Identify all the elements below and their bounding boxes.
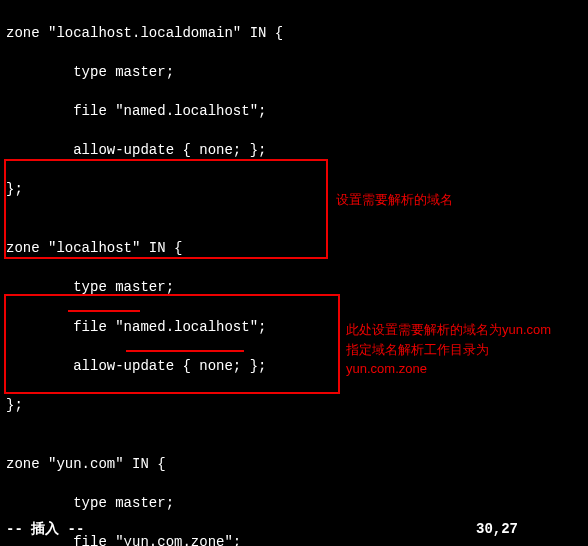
code-line: }; [6, 396, 582, 416]
annotation-2-line: yun.com.zone [346, 359, 551, 379]
code-line: type master; [6, 494, 582, 514]
code-line: zone "localhost" IN { [6, 239, 582, 259]
annotation-2-line: 指定域名解析工作目录为 [346, 340, 551, 360]
code-line: file "named.localhost"; [6, 102, 582, 122]
annotation-1: 设置需要解析的域名 [336, 192, 453, 209]
annotation-2: 此处设置需要解析的域名为yun.com 指定域名解析工作目录为 yun.com.… [346, 320, 551, 379]
code-line: }; [6, 180, 582, 200]
code-line: zone "localhost.localdomain" IN { [6, 24, 582, 44]
code-line: allow-update { none; }; [6, 141, 582, 161]
vim-mode-indicator: -- 插入 -- [6, 521, 84, 537]
code-line: type master; [6, 278, 582, 298]
code-line: type master; [6, 63, 582, 83]
vim-editor-area[interactable]: zone "localhost.localdomain" IN { type m… [0, 0, 588, 546]
vim-cursor-position: 30,27 [476, 520, 518, 540]
code-line: zone "yun.com" IN { [6, 455, 582, 475]
vim-status-bar: -- 插入 -- 30,27 [0, 520, 588, 540]
annotation-2-line: 此处设置需要解析的域名为yun.com [346, 320, 551, 340]
